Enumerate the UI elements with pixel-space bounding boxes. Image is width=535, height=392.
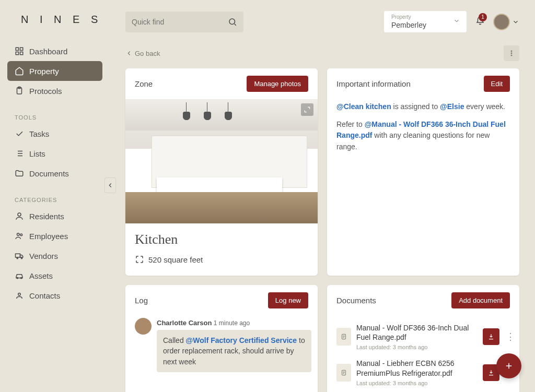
go-back-link[interactable]: Go back <box>125 50 160 57</box>
clipboard-icon <box>15 86 24 96</box>
log-card: Log Log new Charlotte Carson 1 minute ag… <box>125 285 318 392</box>
expand-icon <box>304 106 311 113</box>
svg-rect-2 <box>16 52 18 55</box>
sidebar-item-tasks[interactable]: Tasks <box>7 124 102 144</box>
sidebar-item-protocols[interactable]: Protocols <box>7 81 102 101</box>
log-new-button[interactable]: Log new <box>268 292 308 308</box>
page-top-row: Go back <box>125 45 519 61</box>
users-icon <box>15 231 24 241</box>
list-icon <box>15 149 24 158</box>
sidebar-item-label: Lists <box>29 149 45 158</box>
svg-rect-3 <box>20 52 23 55</box>
sidebar-collapse-button[interactable] <box>104 177 116 193</box>
header: Property Pemberley 1 <box>125 10 519 33</box>
document-menu-button[interactable]: ⋮ <box>505 331 516 342</box>
chevron-down-icon <box>453 17 460 27</box>
chevron-down-icon <box>512 18 519 26</box>
svg-rect-0 <box>16 47 18 50</box>
sidebar-item-lists[interactable]: Lists <box>7 144 102 163</box>
user-icon <box>15 211 24 221</box>
avatar <box>493 14 510 30</box>
svg-point-18 <box>511 55 512 56</box>
nav-tools: Tasks Lists Documents <box>0 124 110 191</box>
property-selector[interactable]: Property Pemberley <box>383 10 467 33</box>
sidebar-item-label: Assets <box>29 271 53 280</box>
log-card-title: Log <box>135 296 148 305</box>
go-back-label: Go back <box>135 50 160 57</box>
download-icon <box>487 333 495 340</box>
document-row[interactable]: Manual - Liebherr ECBN 6256 PremiumPlus … <box>336 354 516 390</box>
svg-point-11 <box>21 257 22 258</box>
sidebar-item-label: Documents <box>29 169 69 178</box>
fab-add-button[interactable] <box>496 353 521 378</box>
zone-card: Zone Manage photos Kitchen 52 <box>125 68 318 276</box>
chevron-left-icon <box>107 182 114 189</box>
truck-icon <box>15 251 24 260</box>
sidebar-item-label: Dashboard <box>29 47 67 56</box>
svg-point-14 <box>18 293 21 296</box>
notifications-button[interactable]: 1 <box>475 16 485 28</box>
info-mention[interactable]: @Clean kitchen <box>336 102 391 111</box>
sidebar-item-dashboard[interactable]: Dashboard <box>7 41 102 61</box>
property-selector-label: Property <box>391 14 459 20</box>
search-input[interactable] <box>132 18 228 26</box>
sidebar-item-label: Contacts <box>29 291 60 300</box>
search-box[interactable] <box>125 11 243 32</box>
area-icon <box>135 255 144 264</box>
sidebar-item-property[interactable]: Property <box>7 61 102 81</box>
zone-size-text: 520 square feet <box>148 255 203 264</box>
svg-point-10 <box>17 257 18 258</box>
sidebar-item-label: Residents <box>29 212 64 221</box>
info-paragraph: @Clean kitchen is assigned to @Elsie eve… <box>336 101 510 113</box>
user-menu[interactable] <box>493 14 519 30</box>
grid-icon <box>15 46 24 56</box>
svg-point-6 <box>18 213 21 216</box>
sidebar-item-documents[interactable]: Documents <box>7 163 102 183</box>
info-card: Important information Edit @Clean kitche… <box>327 68 519 276</box>
edit-info-button[interactable]: Edit <box>484 76 510 92</box>
sidebar-item-assets[interactable]: Assets <box>7 266 102 286</box>
log-item-body: Called @Wolf Factory Certified Service t… <box>157 330 311 372</box>
check-icon <box>15 129 24 138</box>
sidebar-item-label: Employees <box>29 232 68 241</box>
info-paragraph: Refer to @Manual - Wolf DF366 36-Inch Du… <box>336 119 510 153</box>
main-content: Property Pemberley 1 Go back <box>110 0 535 392</box>
download-button[interactable] <box>483 328 499 345</box>
sidebar-item-residents[interactable]: Residents <box>7 206 102 226</box>
nav-main: Dashboard Property Protocols <box>0 41 110 108</box>
sidebar-item-vendors[interactable]: Vendors <box>7 246 102 266</box>
svg-point-16 <box>511 51 512 52</box>
categories-heading: CATEGORIES <box>0 191 110 206</box>
document-icon <box>336 328 351 346</box>
notification-badge: 1 <box>479 13 487 21</box>
sidebar-item-label: Protocols <box>29 87 62 96</box>
info-mention[interactable]: @Elsie <box>440 102 464 111</box>
sidebar-item-employees[interactable]: Employees <box>7 226 102 246</box>
log-mention[interactable]: @Wolf Factory Certified Service <box>186 336 297 345</box>
contact-icon <box>15 291 24 300</box>
sidebar-item-label: Tasks <box>29 129 49 138</box>
manage-photos-button[interactable]: Manage photos <box>247 76 308 92</box>
sidebar-item-label: Property <box>29 67 59 76</box>
document-name: Manual - Wolf DF366 36-Inch Dual Fuel Ra… <box>356 323 478 342</box>
svg-point-8 <box>20 234 22 236</box>
logo: N I N E S <box>0 14 110 41</box>
chevron-left-icon <box>125 50 133 57</box>
log-item: Charlotte Carson 1 minute ago Called @Wo… <box>135 319 311 372</box>
documents-card: Documents Add document Manual - Wolf DF3… <box>327 285 519 392</box>
car-icon <box>15 271 24 280</box>
zone-photo <box>125 99 318 223</box>
document-row[interactable]: Manual - Wolf DF366 36-Inch Dual Fuel Ra… <box>336 319 516 354</box>
documents-card-title: Documents <box>336 296 376 305</box>
page-actions-menu[interactable] <box>504 45 519 61</box>
zone-name: Kitchen <box>135 232 308 247</box>
document-name: Manual - Liebherr ECBN 6256 PremiumPlus … <box>356 359 478 377</box>
log-time: 1 minute ago <box>214 319 250 327</box>
svg-rect-1 <box>20 47 23 50</box>
expand-photo-button[interactable] <box>301 103 313 116</box>
sidebar-item-contacts[interactable]: Contacts <box>7 286 102 305</box>
add-document-button[interactable]: Add document <box>451 292 510 308</box>
property-selector-value: Pemberley <box>391 21 459 29</box>
document-icon <box>336 364 351 382</box>
content-grid: Zone Manage photos Kitchen 52 <box>125 68 519 392</box>
